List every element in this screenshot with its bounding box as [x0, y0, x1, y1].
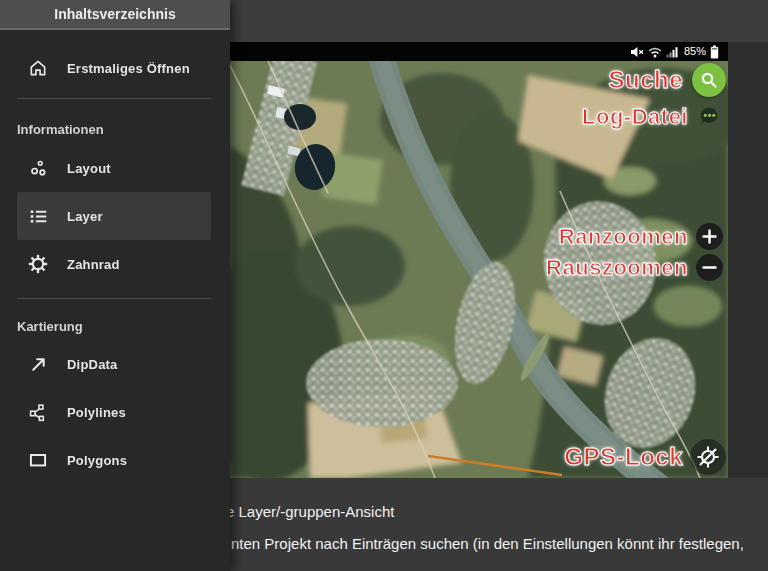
caption-line-2: nten Projekt nach Einträgen suchen (in d…: [231, 535, 744, 553]
caption-line-1-text: Layer/-gruppen-Ansicht: [239, 503, 395, 520]
polygon-icon: [26, 450, 50, 470]
satellite-map[interactable]: Suche Log-Datei: [230, 61, 728, 478]
zoom-out-button[interactable]: [696, 254, 723, 281]
log-annotation-label: Log-Datei: [582, 104, 688, 130]
mute-icon: [630, 46, 644, 58]
search-button[interactable]: [692, 63, 726, 97]
bubble-chart-icon: [26, 159, 50, 178]
home-icon: [26, 58, 50, 78]
divider: [17, 298, 211, 299]
phone-screenshot: 85%: [230, 42, 728, 478]
section-label-informationen: Informationen: [17, 120, 230, 140]
chat-ellipsis-icon: [697, 104, 721, 130]
sidebar-item-label: Erstmaliges Öffnen: [67, 61, 190, 76]
plus-icon: [702, 229, 717, 244]
gear-icon: [26, 254, 50, 274]
sidebar-item-label: Polylines: [67, 405, 126, 420]
sidebar-item-erstmaliges-oeffnen[interactable]: Erstmaliges Öffnen: [17, 44, 211, 92]
caption-line-1: e Layer/-gruppen-Ansicht: [226, 503, 394, 521]
sidebar-item-label: Layer: [67, 209, 103, 224]
log-button[interactable]: [697, 105, 721, 129]
sidebar-item-layer[interactable]: Layer: [17, 192, 211, 240]
sidebar-item-polygons[interactable]: Polygons: [17, 436, 211, 484]
zoom-in-annotation-label: Ranzoomen: [559, 224, 688, 250]
table-of-contents-drawer: Inhaltsverzeichnis Erstmaliges Öffnen In…: [0, 0, 230, 571]
zoom-in-button[interactable]: [696, 223, 723, 250]
divider: [17, 98, 211, 99]
list-icon: [26, 207, 50, 226]
signal-icon: [666, 46, 679, 58]
zoom-out-annotation-label: Rauszoomen: [546, 255, 688, 281]
annotation-zoom-in: Ranzoomen: [559, 223, 723, 250]
gps-lock-button[interactable]: [690, 439, 726, 475]
section-label-kartierung: Kartierung: [17, 317, 230, 337]
screen: 85%: [0, 0, 768, 571]
status-bar: 85%: [230, 42, 728, 61]
sidebar-item-polylines[interactable]: Polylines: [17, 388, 211, 436]
sidebar-item-label: Polygons: [67, 453, 127, 468]
polyline-icon: [26, 403, 50, 422]
search-icon: [700, 71, 718, 89]
annotation-zoom-out: Rauszoomen: [546, 254, 723, 281]
battery-icon: [710, 45, 719, 59]
location-disabled-icon: [696, 445, 720, 469]
minus-icon: [702, 260, 717, 275]
sidebar-item-dipdata[interactable]: DipData: [17, 340, 211, 388]
search-annotation-label: Suche: [608, 66, 683, 94]
gps-annotation-label: GPS-Lock: [564, 443, 683, 471]
drawer-header: Inhaltsverzeichnis: [0, 0, 230, 30]
annotation-search: Suche: [608, 63, 726, 97]
sidebar-item-zahnrad[interactable]: Zahnrad: [17, 240, 211, 288]
sidebar-item-label: DipData: [67, 357, 118, 372]
battery-percent: 85%: [684, 46, 706, 57]
sidebar-item-layout[interactable]: Layout: [17, 144, 211, 192]
arrow-up-right-icon: [26, 355, 50, 374]
sidebar-item-label: Layout: [67, 161, 111, 176]
wifi-icon: [648, 46, 662, 58]
annotation-gps: GPS-Lock: [564, 439, 726, 475]
sidebar-item-label: Zahnrad: [67, 257, 120, 272]
annotation-log: Log-Datei: [582, 104, 721, 130]
drawer-title: Inhaltsverzeichnis: [54, 6, 175, 22]
